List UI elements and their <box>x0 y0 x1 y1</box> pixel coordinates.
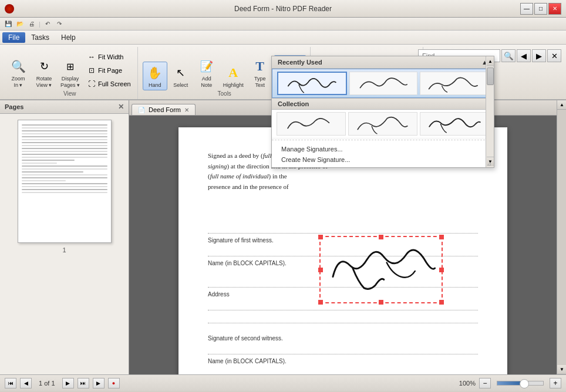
dropdown-recently-used-label: Recently Used <box>278 59 322 66</box>
hand-label: Hand <box>149 82 161 89</box>
dropdown-header: Recently Used ▲ <box>272 56 494 69</box>
highlight-button[interactable]: A Highlight <box>220 62 247 90</box>
menu-file[interactable]: File <box>2 32 25 43</box>
rotate-view-button[interactable]: ↻ RotateView ▾ <box>32 55 56 90</box>
display-pages-icon: ⊞ <box>61 57 80 76</box>
sig3-svg <box>420 72 488 94</box>
sig2-line <box>208 345 478 354</box>
sig-handle-br[interactable] <box>439 300 444 305</box>
nav-prev-button[interactable]: ◀ <box>20 378 32 388</box>
dropdown-scroll-up-btn[interactable]: ▲ <box>487 57 494 66</box>
close-button[interactable]: ✕ <box>548 3 561 15</box>
nav-last-button[interactable]: ⏭ <box>78 378 89 388</box>
manage-signatures-label: Manage Signatures... <box>281 146 343 153</box>
type-text-label: TypeText <box>254 76 266 89</box>
highlight-icon: A <box>224 63 242 82</box>
qa-open-button[interactable]: 📂 <box>15 19 25 29</box>
full-screen-label: Full Screen <box>98 80 131 87</box>
full-screen-button[interactable]: ⛶ Full Screen <box>84 77 134 90</box>
scroll-up-button[interactable]: ▲ <box>557 100 566 110</box>
collection-sig-2[interactable] <box>348 112 417 136</box>
qa-redo-button[interactable]: ↷ <box>54 19 65 29</box>
sig-handle-ml[interactable] <box>318 268 323 272</box>
qa-save-button[interactable]: 💾 <box>3 19 14 29</box>
sig-handle-bm[interactable] <box>379 300 383 305</box>
zoom-slider-thumb[interactable] <box>520 379 529 388</box>
qa-undo-button[interactable]: ↶ <box>42 19 53 29</box>
scroll-track <box>557 110 566 365</box>
play-button[interactable]: ▶ <box>93 378 105 388</box>
find-nav-next[interactable]: ▶ <box>532 49 546 62</box>
create-new-signature-item[interactable]: Create New Signature... <box>278 154 488 165</box>
col-sig1-svg <box>277 113 345 135</box>
zoom-minus-button[interactable]: − <box>479 378 491 388</box>
sig-handle-tm[interactable] <box>379 235 383 239</box>
maximize-button[interactable]: □ <box>534 3 547 15</box>
display-pages-button[interactable]: ⊞ DisplayPages ▾ <box>58 55 83 90</box>
minimize-button[interactable]: — <box>520 3 533 15</box>
sig-item-3[interactable] <box>420 72 488 95</box>
add-note-button[interactable]: 📝 AddNote <box>194 55 219 90</box>
sidebar-close-button[interactable]: ✕ <box>118 103 124 111</box>
fit-page-label: Fit Page <box>98 67 122 74</box>
nav-first-button[interactable]: ⏮ <box>5 378 16 388</box>
dropdown-collection-header: Collection <box>272 98 494 110</box>
manage-signatures-item[interactable]: Manage Signatures... <box>278 144 488 154</box>
hand-button[interactable]: ✋ Hand <box>143 62 167 90</box>
sidebar-tab: Pages ✕ <box>0 100 129 114</box>
find-search-button[interactable]: 🔍 <box>501 49 516 62</box>
fit-page-button[interactable]: ⊡ Fit Page <box>84 64 134 77</box>
sig2-svg <box>350 72 417 94</box>
collection-sig-3[interactable] <box>420 112 489 136</box>
sig-handle-bl[interactable] <box>318 300 323 305</box>
qa-print-button[interactable]: 🖨 <box>26 19 37 29</box>
zoom-level: 100% <box>459 380 476 387</box>
sidebar-tab-label: Pages <box>5 103 23 110</box>
type-text-button[interactable]: T TypeText <box>248 55 272 90</box>
thumb-lines <box>21 123 109 195</box>
zoom-slider-track <box>497 381 544 386</box>
select-icon: ↖ <box>171 63 190 82</box>
sig-handle-tl[interactable] <box>318 235 323 239</box>
fit-buttons: ↔ Fit Width ⊡ Fit Page ⛶ Full Screen <box>84 50 134 90</box>
scroll-down-button[interactable]: ▼ <box>557 365 566 374</box>
full-screen-icon: ⛶ <box>87 79 96 89</box>
record-button[interactable]: ● <box>108 378 120 388</box>
right-scrollbar: ▲ ▼ <box>557 100 566 374</box>
rotate-icon: ↻ <box>35 57 53 76</box>
signature-box[interactable] <box>319 236 443 303</box>
tools-group-label: Tools <box>218 90 231 98</box>
sig2-label: Signature of second witness. <box>208 335 478 342</box>
app-logo <box>5 4 14 13</box>
sig-line-1 <box>208 224 478 234</box>
page-thumbnail[interactable]: 1 <box>0 114 129 259</box>
sig-handle-mr[interactable] <box>439 268 444 272</box>
collection-row <box>272 110 494 138</box>
doc-tab[interactable]: 📄 Deed Form ✕ <box>132 104 196 115</box>
zoom-plus-button[interactable]: + <box>550 378 561 388</box>
sig-item-1[interactable]: J.Doe <box>277 72 347 95</box>
ribbon-group-view: 🔍 ZoomIn ▾ ↻ RotateView ▾ ⊞ DisplayPages… <box>2 47 138 99</box>
select-button[interactable]: ↖ Select <box>169 62 193 90</box>
recently-used-row1: J.Doe <box>272 69 494 98</box>
menu-help[interactable]: Help <box>55 32 82 43</box>
dropdown-resize-handle[interactable]: ⊿ <box>487 160 493 166</box>
hand-icon: ✋ <box>146 63 164 82</box>
find-close[interactable]: ✕ <box>547 49 561 62</box>
signature-image <box>321 237 442 302</box>
sig-handle-tr[interactable] <box>439 235 444 239</box>
find-nav-prev[interactable]: ◀ <box>517 49 531 62</box>
nav-next-button[interactable]: ▶ <box>62 378 74 388</box>
fit-width-button[interactable]: ↔ Fit Width <box>84 50 134 63</box>
status-bar: ⏮ ◀ 1 of 1 ▶ ⏭ ▶ ● 100% − + <box>0 374 566 391</box>
type-text-icon: T <box>251 57 269 76</box>
sig-item-2[interactable] <box>349 72 418 95</box>
zoom-in-button[interactable]: 🔍 ZoomIn ▾ <box>6 55 31 90</box>
menu-tasks[interactable]: Tasks <box>25 32 55 43</box>
col-sig3-svg <box>420 113 488 135</box>
dropdown-scroll-thumb[interactable] <box>487 67 494 85</box>
doc-tab-close-button[interactable]: ✕ <box>184 107 189 113</box>
collection-sig-1[interactable] <box>277 112 346 136</box>
collection-label: Collection <box>278 100 309 107</box>
page-info: 1 of 1 <box>35 380 59 387</box>
